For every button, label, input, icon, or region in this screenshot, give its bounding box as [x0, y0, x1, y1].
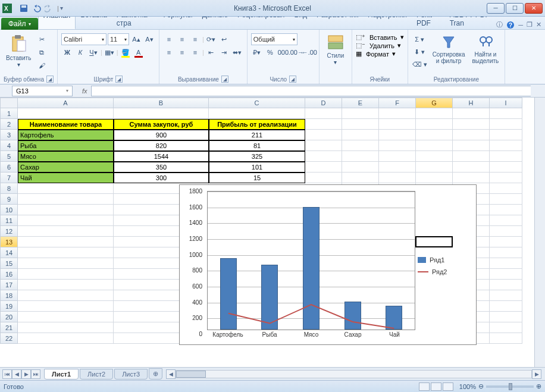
italic-button[interactable]: К — [74, 46, 86, 58]
cell-I10[interactable] — [490, 205, 522, 215]
cell-I1[interactable] — [490, 108, 522, 119]
cell-E5[interactable] — [342, 151, 379, 162]
embedded-chart[interactable]: 020040060080010001200140016001800Картофе… — [179, 184, 477, 345]
row-header-13[interactable]: 13 — [0, 237, 18, 247]
cell-F5[interactable] — [379, 151, 416, 162]
doc-minimize[interactable]: ─ — [518, 21, 523, 29]
number-launcher[interactable]: ◢ — [289, 76, 296, 83]
cell-I7[interactable] — [490, 173, 522, 183]
cell-A11[interactable] — [18, 215, 114, 226]
cell-C1[interactable] — [209, 108, 305, 119]
row-header-16[interactable]: 16 — [0, 269, 18, 280]
cell-D7[interactable] — [305, 173, 342, 183]
cell-A19[interactable] — [18, 301, 114, 312]
cell-F7[interactable] — [379, 173, 416, 183]
row-header-21[interactable]: 21 — [0, 322, 18, 333]
cell-A18[interactable] — [18, 290, 114, 301]
cell-C3[interactable]: 211 — [209, 130, 305, 140]
row-header-10[interactable]: 10 — [0, 205, 18, 215]
cell-D6[interactable] — [305, 162, 342, 173]
cell-B6[interactable]: 350 — [114, 162, 209, 173]
cell-I19[interactable] — [490, 301, 522, 312]
cell-I8[interactable] — [490, 183, 522, 194]
help-icon[interactable]: ? — [506, 21, 515, 29]
window-close[interactable]: ✕ — [525, 3, 543, 14]
cell-A21[interactable] — [18, 322, 114, 333]
row-header-18[interactable]: 18 — [0, 290, 18, 301]
row-header-3[interactable]: 3 — [0, 130, 18, 140]
window-maximize[interactable]: ☐ — [506, 3, 524, 14]
find-select-button[interactable]: Найти и выделить — [470, 33, 502, 65]
col-header-C[interactable]: C — [209, 98, 305, 108]
zoom-in[interactable]: ⊕ — [536, 382, 541, 390]
fx-icon[interactable]: fx — [82, 87, 87, 95]
cell-I20[interactable] — [490, 312, 522, 322]
row-header-5[interactable]: 5 — [0, 151, 18, 162]
zoom-out[interactable]: ⊖ — [478, 382, 484, 390]
orientation[interactable]: ⟳▾ — [205, 33, 217, 45]
cell-A7[interactable]: Чай — [18, 173, 114, 183]
clipboard-launcher[interactable]: ◢ — [46, 76, 54, 83]
sheet-nav-last[interactable]: ⏭ — [31, 369, 40, 379]
cell-F6[interactable] — [379, 162, 416, 173]
copy-button[interactable]: ⧉ — [36, 46, 48, 58]
view-normal[interactable] — [419, 382, 430, 391]
cell-A13[interactable] — [18, 237, 114, 247]
file-tab[interactable]: Файл▾ — [1, 18, 38, 30]
styles-button[interactable]: Стили▾ — [323, 33, 348, 67]
border-button[interactable]: ▦▾ — [104, 46, 115, 58]
cell-I4[interactable] — [490, 140, 522, 151]
new-sheet-tab[interactable]: ⊕ — [149, 368, 162, 380]
minimize-ribbon-icon[interactable]: ⓘ — [496, 20, 503, 29]
col-header-A[interactable]: A — [18, 98, 114, 108]
cell-A15[interactable] — [18, 258, 114, 269]
row-header-22[interactable]: 22 — [0, 333, 18, 344]
merge-center[interactable]: ⬌▾ — [231, 46, 243, 58]
row-header-2[interactable]: 2 — [0, 119, 18, 130]
qat-save[interactable] — [18, 2, 30, 14]
cell-H2[interactable] — [453, 119, 490, 130]
row-header-8[interactable]: 8 — [0, 183, 18, 194]
horizontal-scrollbar[interactable]: ◀ ▶ — [166, 369, 541, 379]
cell-A1[interactable] — [18, 108, 114, 119]
cell-G5[interactable] — [416, 151, 453, 162]
formula-input[interactable] — [91, 86, 531, 96]
col-header-B[interactable]: B — [114, 98, 209, 108]
cell-G4[interactable] — [416, 140, 453, 151]
cell-D4[interactable] — [305, 140, 342, 151]
cell-B1[interactable] — [114, 108, 209, 119]
decrease-indent[interactable]: ⇤ — [205, 46, 217, 58]
increase-font[interactable]: A▴ — [130, 33, 142, 45]
cell-I22[interactable] — [490, 333, 522, 344]
cell-A3[interactable]: Картофель — [18, 130, 114, 140]
cell-I11[interactable] — [490, 215, 522, 226]
view-pagebreak[interactable] — [443, 382, 453, 391]
cell-E1[interactable] — [342, 108, 379, 119]
cell-F1[interactable] — [379, 108, 416, 119]
cell-I5[interactable] — [490, 151, 522, 162]
font-color-button[interactable]: A — [133, 46, 145, 58]
window-minimize[interactable]: ─ — [487, 3, 505, 14]
cell-H5[interactable] — [453, 151, 490, 162]
cell-H3[interactable] — [453, 130, 490, 140]
name-box[interactable]: G13▾ — [12, 86, 73, 96]
cell-C6[interactable]: 101 — [209, 162, 305, 173]
cell-G1[interactable] — [416, 108, 453, 119]
cell-B5[interactable]: 1544 — [114, 151, 209, 162]
cell-I14[interactable] — [490, 247, 522, 258]
doc-close[interactable]: ✕ — [536, 21, 541, 29]
cell-D2[interactable] — [305, 119, 342, 130]
cell-I13[interactable] — [490, 237, 522, 247]
format-cells[interactable]: ▦ Формат ▾ — [356, 50, 404, 58]
cell-I16[interactable] — [490, 269, 522, 280]
sheet-nav-next[interactable]: ▶ — [21, 369, 31, 379]
qat-dropdown-icon[interactable]: ▾ — [60, 5, 63, 11]
currency-button[interactable]: ₽▾ — [251, 46, 263, 58]
cell-G3[interactable] — [416, 130, 453, 140]
qat-undo[interactable] — [31, 2, 43, 14]
row-header-14[interactable]: 14 — [0, 247, 18, 258]
align-top[interactable]: ≡ — [163, 33, 175, 45]
cell-F4[interactable] — [379, 140, 416, 151]
cell-A12[interactable] — [18, 226, 114, 237]
cell-I12[interactable] — [490, 226, 522, 237]
